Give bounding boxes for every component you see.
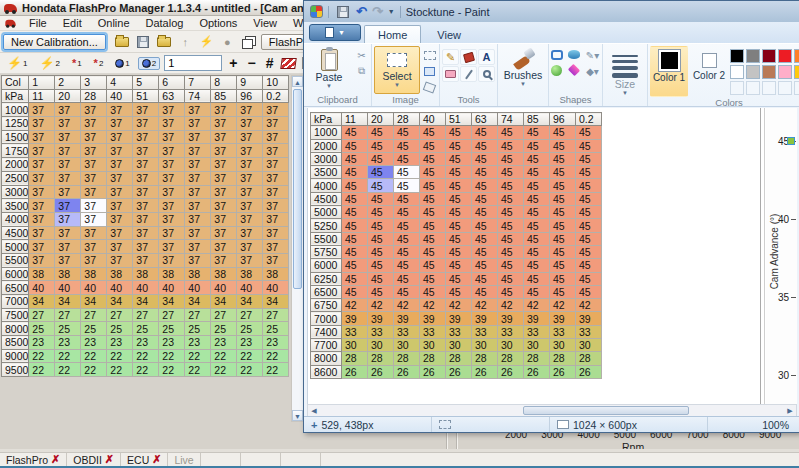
palette-swatch[interactable] bbox=[730, 49, 744, 63]
value-cell[interactable]: 37 bbox=[185, 144, 211, 158]
row-label[interactable]: 1000 bbox=[311, 126, 342, 139]
value-cell[interactable]: 45 bbox=[394, 192, 420, 205]
upload-icon[interactable]: ↑ bbox=[177, 34, 194, 50]
row-label[interactable]: 2000 bbox=[2, 158, 29, 172]
value-cell[interactable]: 45 bbox=[420, 192, 446, 205]
tab-home[interactable]: Home bbox=[364, 25, 421, 43]
row-label[interactable]: 5250 bbox=[311, 219, 342, 232]
value-cell[interactable]: 37 bbox=[185, 171, 211, 185]
value-cell[interactable]: 45 bbox=[368, 285, 394, 298]
value-cell[interactable]: 45 bbox=[498, 166, 524, 179]
value-cell[interactable]: 37 bbox=[237, 171, 263, 185]
header-cell[interactable]: 11 bbox=[29, 89, 55, 103]
trace1-icon[interactable]: 1 bbox=[111, 57, 133, 70]
save-icon[interactable] bbox=[135, 34, 152, 50]
header-cell[interactable]: 85 bbox=[211, 89, 237, 103]
value-cell[interactable]: 37 bbox=[107, 130, 133, 144]
value-cell[interactable]: 27 bbox=[133, 308, 159, 322]
header-cell[interactable]: 28 bbox=[81, 89, 107, 103]
paint-canvas[interactable]: kPa1120284051637485960.21000454545454545… bbox=[307, 108, 797, 404]
value-cell[interactable]: 22 bbox=[107, 349, 133, 363]
value-cell[interactable]: 45 bbox=[342, 139, 368, 152]
value-cell[interactable]: 45 bbox=[472, 126, 498, 139]
value-cell[interactable]: 45 bbox=[550, 259, 576, 272]
value-cell[interactable]: 45 bbox=[342, 126, 368, 139]
value-cell[interactable]: 37 bbox=[81, 144, 107, 158]
lambda2-icon[interactable]: ⚡2 bbox=[35, 54, 63, 72]
row-label[interactable]: 8000 bbox=[2, 322, 29, 336]
header-cell[interactable]: 0.2 bbox=[263, 89, 289, 103]
value-cell[interactable]: 26 bbox=[472, 365, 498, 378]
value-cell[interactable]: 37 bbox=[55, 117, 81, 131]
value-cell[interactable]: 33 bbox=[576, 325, 602, 338]
value-cell[interactable]: 45 bbox=[446, 126, 472, 139]
palette-swatch[interactable] bbox=[778, 81, 792, 95]
row-label[interactable]: 6000 bbox=[2, 267, 29, 281]
tab-view[interactable]: View bbox=[424, 26, 474, 43]
value-cell[interactable]: 30 bbox=[420, 339, 446, 352]
value-cell[interactable]: 45 bbox=[420, 206, 446, 219]
cut-icon[interactable]: ✂ bbox=[354, 48, 369, 62]
header-cell[interactable]: 11 bbox=[342, 113, 368, 126]
value-cell[interactable]: 37 bbox=[81, 171, 107, 185]
value-cell[interactable]: 45 bbox=[368, 166, 394, 179]
value-cell[interactable]: 22 bbox=[211, 363, 237, 377]
value-cell[interactable]: 26 bbox=[524, 365, 550, 378]
value-cell[interactable]: 45 bbox=[394, 139, 420, 152]
palette-swatch[interactable] bbox=[746, 81, 760, 95]
value-cell[interactable]: 37 bbox=[55, 253, 81, 267]
value-cell[interactable]: 45 bbox=[472, 206, 498, 219]
value-cell[interactable]: 45 bbox=[394, 219, 420, 232]
value-cell[interactable]: 33 bbox=[472, 325, 498, 338]
value-cell[interactable]: 23 bbox=[211, 336, 237, 350]
value-cell[interactable]: 37 bbox=[237, 185, 263, 199]
value-cell[interactable]: 45 bbox=[368, 272, 394, 285]
value-cell[interactable]: 42 bbox=[576, 299, 602, 312]
value-cell[interactable]: 37 bbox=[107, 171, 133, 185]
value-cell[interactable]: 23 bbox=[263, 336, 289, 350]
header-cell[interactable]: 20 bbox=[368, 113, 394, 126]
value-cell[interactable]: 45 bbox=[550, 206, 576, 219]
header-cell[interactable]: 9 bbox=[237, 76, 263, 90]
value-cell[interactable]: 25 bbox=[237, 322, 263, 336]
marker1-icon[interactable]: *1 bbox=[68, 55, 86, 71]
row-label[interactable]: 7000 bbox=[2, 295, 29, 309]
value-cell[interactable]: 37 bbox=[133, 226, 159, 240]
value-cell[interactable]: 22 bbox=[159, 363, 185, 377]
value-cell[interactable]: 37 bbox=[107, 117, 133, 131]
row-label[interactable]: 1500 bbox=[2, 130, 29, 144]
value-cell[interactable]: 45 bbox=[498, 192, 524, 205]
value-cell[interactable]: 37 bbox=[133, 185, 159, 199]
value-cell[interactable]: 42 bbox=[368, 299, 394, 312]
marker2-icon[interactable]: *2 bbox=[90, 55, 108, 71]
value-cell[interactable]: 45 bbox=[576, 245, 602, 258]
value-cell[interactable]: 37 bbox=[29, 144, 55, 158]
value-cell[interactable]: 23 bbox=[133, 336, 159, 350]
menu-item-view[interactable]: View bbox=[245, 17, 285, 29]
row-label[interactable]: 5000 bbox=[2, 240, 29, 254]
value-cell[interactable]: 45 bbox=[576, 232, 602, 245]
value-cell[interactable]: 45 bbox=[342, 206, 368, 219]
header-cell[interactable]: 63 bbox=[159, 89, 185, 103]
value-cell[interactable]: 37 bbox=[29, 240, 55, 254]
menu-item-edit[interactable]: Edit bbox=[55, 17, 90, 29]
value-cell[interactable]: 37 bbox=[237, 240, 263, 254]
value-cell[interactable]: 34 bbox=[159, 295, 185, 309]
header-cell[interactable]: 0.2 bbox=[576, 113, 602, 126]
value-cell[interactable]: 37 bbox=[159, 130, 185, 144]
value-cell[interactable]: 37 bbox=[55, 158, 81, 172]
value-cell[interactable]: 27 bbox=[185, 308, 211, 322]
value-cell[interactable]: 45 bbox=[446, 232, 472, 245]
value-cell[interactable]: 37 bbox=[211, 144, 237, 158]
menu-item-options[interactable]: Options bbox=[191, 17, 245, 29]
sphere-shape-icon[interactable] bbox=[551, 65, 562, 76]
header-cell[interactable]: 3 bbox=[81, 76, 107, 90]
row-label[interactable]: 4500 bbox=[2, 226, 29, 240]
value-cell[interactable]: 26 bbox=[446, 365, 472, 378]
fill-style-icon[interactable]: ◆▾ bbox=[585, 64, 600, 78]
value-cell[interactable]: 45 bbox=[446, 152, 472, 165]
value-cell[interactable]: 37 bbox=[237, 199, 263, 213]
value-cell[interactable]: 25 bbox=[185, 322, 211, 336]
redo-icon[interactable]: ↷ bbox=[372, 4, 383, 19]
value-cell[interactable]: 37 bbox=[185, 103, 211, 117]
